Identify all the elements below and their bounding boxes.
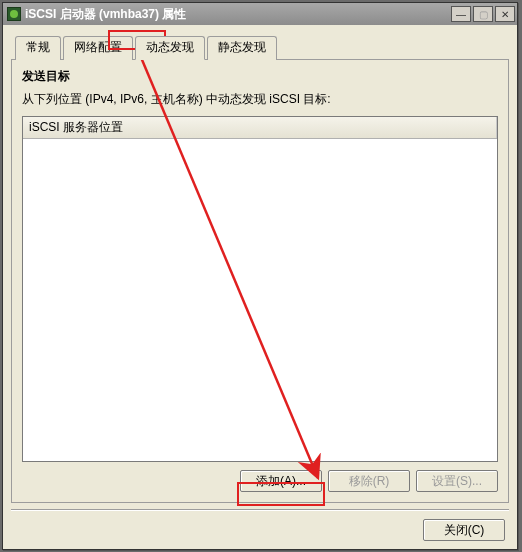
tab-network-config[interactable]: 网络配置 (63, 36, 133, 60)
client-area: 常规 网络配置 动态发现 静态发现 发送目标 从下列位置 (IPv4, IPv6… (3, 25, 517, 549)
list-body[interactable] (23, 139, 497, 461)
tab-dynamic-discovery[interactable]: 动态发现 (135, 36, 205, 60)
titlebar: iSCSI 启动器 (vmhba37) 属性 — ▢ ✕ (3, 3, 517, 25)
maximize-button[interactable]: ▢ (473, 6, 493, 22)
settings-button: 设置(S)... (416, 470, 498, 492)
panel-title: 发送目标 (22, 68, 498, 85)
panel-description: 从下列位置 (IPv4, IPv6, 主机名称) 中动态发现 iSCSI 目标: (22, 91, 498, 108)
app-icon (7, 7, 21, 21)
dialog-button-row: 关闭(C) (11, 511, 509, 541)
remove-button: 移除(R) (328, 470, 410, 492)
minimize-button[interactable]: — (451, 6, 471, 22)
column-header-location[interactable]: iSCSI 服务器位置 (23, 117, 497, 138)
tabs-row: 常规 网络配置 动态发现 静态发现 (11, 35, 509, 60)
tab-panel: 发送目标 从下列位置 (IPv4, IPv6, 主机名称) 中动态发现 iSCS… (11, 60, 509, 503)
close-window-button[interactable]: ✕ (495, 6, 515, 22)
list-header: iSCSI 服务器位置 (23, 117, 497, 139)
panel-button-row: 添加(A)... 移除(R) 设置(S)... (22, 470, 498, 492)
dialog-window: iSCSI 启动器 (vmhba37) 属性 — ▢ ✕ 常规 网络配置 动态发… (2, 2, 518, 550)
tab-static-discovery[interactable]: 静态发现 (207, 36, 277, 60)
add-button[interactable]: 添加(A)... (240, 470, 322, 492)
window-title: iSCSI 启动器 (vmhba37) 属性 (25, 6, 451, 23)
tab-general[interactable]: 常规 (15, 36, 61, 60)
close-button[interactable]: 关闭(C) (423, 519, 505, 541)
iscsi-server-list[interactable]: iSCSI 服务器位置 (22, 116, 498, 462)
